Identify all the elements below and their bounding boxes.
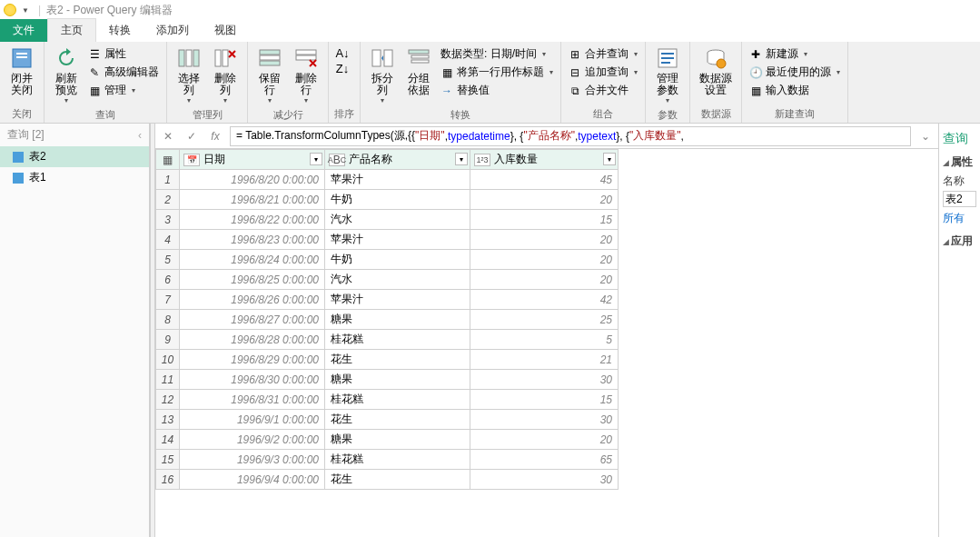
cell-qty[interactable]: 65	[470, 450, 619, 470]
column-header-name[interactable]: ABC产品名称▾	[325, 150, 470, 170]
row-number[interactable]: 13	[156, 410, 180, 430]
table-row[interactable]: 10 1996/8/29 0:00:00 花生 21	[156, 350, 619, 370]
table-row[interactable]: 13 1996/9/1 0:00:00 花生 30	[156, 410, 619, 430]
first-row-headers-button[interactable]: ▦将第一行用作标题▾	[439, 64, 555, 81]
table-row[interactable]: 1 1996/8/20 0:00:00 苹果汁 45	[156, 170, 619, 190]
accept-formula-button[interactable]: ✓	[183, 127, 201, 145]
cell-date[interactable]: 1996/8/29 0:00:00	[180, 350, 325, 370]
row-number[interactable]: 3	[156, 210, 180, 230]
cell-date[interactable]: 1996/8/23 0:00:00	[180, 230, 325, 250]
cell-qty[interactable]: 15	[470, 390, 619, 410]
collapse-pane-icon[interactable]: ‹	[138, 129, 142, 142]
cell-qty[interactable]: 30	[470, 470, 619, 490]
replace-values-button[interactable]: →替换值	[439, 82, 555, 99]
cell-name[interactable]: 苹果汁	[325, 290, 470, 310]
cell-date[interactable]: 1996/8/22 0:00:00	[180, 210, 325, 230]
cell-date[interactable]: 1996/9/4 0:00:00	[180, 470, 325, 490]
fx-icon[interactable]: fx	[206, 127, 224, 145]
tab-file[interactable]: 文件	[0, 19, 47, 42]
cell-name[interactable]: 糖果	[325, 310, 470, 330]
cell-name[interactable]: 花生	[325, 410, 470, 430]
all-props-link[interactable]: 所有	[943, 211, 976, 226]
cell-qty[interactable]: 20	[470, 270, 619, 290]
cell-name[interactable]: 苹果汁	[325, 170, 470, 190]
close-load-button[interactable]: 闭并 关闭	[5, 44, 38, 98]
cell-name[interactable]: 牛奶	[325, 250, 470, 270]
cell-qty[interactable]: 20	[470, 190, 619, 210]
cell-qty[interactable]: 42	[470, 290, 619, 310]
row-number[interactable]: 14	[156, 430, 180, 450]
remove-rows-button[interactable]: 删除 行▾	[290, 44, 322, 106]
sort-asc-button[interactable]: A↓	[334, 45, 351, 60]
table-row[interactable]: 16 1996/9/4 0:00:00 花生 30	[156, 470, 619, 490]
group-by-button[interactable]: 分组 依据	[402, 44, 435, 98]
advanced-editor-button[interactable]: ✎高级编辑器	[86, 64, 161, 81]
refresh-preview-button[interactable]: 刷新 预览▾	[50, 44, 83, 106]
row-number[interactable]: 2	[156, 190, 180, 210]
cell-date[interactable]: 1996/8/25 0:00:00	[180, 270, 325, 290]
recent-sources-button[interactable]: 🕘最近使用的源▾	[747, 64, 842, 81]
cell-name[interactable]: 牛奶	[325, 190, 470, 210]
row-number[interactable]: 1	[156, 170, 180, 190]
row-number[interactable]: 10	[156, 350, 180, 370]
cell-date[interactable]: 1996/8/30 0:00:00	[180, 370, 325, 390]
corner-cell[interactable]: ▦	[156, 150, 180, 170]
merge-queries-button[interactable]: ⊞合并查询▾	[567, 45, 639, 63]
sort-desc-button[interactable]: Z↓	[334, 61, 351, 75]
row-number[interactable]: 4	[156, 230, 180, 250]
cell-qty[interactable]: 30	[470, 370, 619, 390]
cell-name[interactable]: 汽水	[325, 270, 470, 290]
row-number[interactable]: 7	[156, 290, 180, 310]
row-number[interactable]: 16	[156, 470, 180, 490]
cell-name[interactable]: 桂花糕	[325, 330, 470, 350]
query-item-1[interactable]: 表1	[0, 167, 149, 188]
row-number[interactable]: 8	[156, 310, 180, 330]
name-input[interactable]	[943, 191, 976, 207]
datasource-settings-button[interactable]: 数据源 设置	[696, 44, 736, 98]
qat-dropdown-icon[interactable]: ▼	[22, 6, 29, 15]
cell-name[interactable]: 桂花糕	[325, 390, 470, 410]
cell-name[interactable]: 花生	[325, 350, 470, 370]
cell-qty[interactable]: 21	[470, 350, 619, 370]
type-int-icon[interactable]: 1²3	[474, 154, 490, 166]
keep-rows-button[interactable]: 保留 行▾	[253, 44, 286, 106]
table-row[interactable]: 12 1996/8/31 0:00:00 桂花糕 15	[156, 390, 619, 410]
row-number[interactable]: 6	[156, 270, 180, 290]
table-row[interactable]: 9 1996/8/28 0:00:00 桂花糕 5	[156, 330, 619, 350]
cell-qty[interactable]: 20	[470, 430, 619, 450]
tab-view[interactable]: 视图	[202, 19, 249, 42]
table-row[interactable]: 8 1996/8/27 0:00:00 糖果 25	[156, 310, 619, 330]
tab-home[interactable]: 主页	[47, 18, 96, 42]
cell-date[interactable]: 1996/8/28 0:00:00	[180, 330, 325, 350]
cell-date[interactable]: 1996/8/26 0:00:00	[180, 290, 325, 310]
table-row[interactable]: 11 1996/8/30 0:00:00 糖果 30	[156, 370, 619, 390]
split-column-button[interactable]: 拆分 列▾	[366, 44, 399, 106]
cell-date[interactable]: 1996/9/3 0:00:00	[180, 450, 325, 470]
cell-qty[interactable]: 45	[470, 170, 619, 190]
table-row[interactable]: 7 1996/8/26 0:00:00 苹果汁 42	[156, 290, 619, 310]
choose-columns-button[interactable]: 选择 列▾	[173, 44, 205, 106]
cell-name[interactable]: 苹果汁	[325, 230, 470, 250]
table-row[interactable]: 14 1996/9/2 0:00:00 糖果 20	[156, 430, 619, 450]
append-queries-button[interactable]: ⊟追加查询▾	[567, 64, 639, 81]
cell-date[interactable]: 1996/8/24 0:00:00	[180, 250, 325, 270]
filter-icon[interactable]: ▾	[603, 153, 616, 165]
cell-qty[interactable]: 25	[470, 310, 619, 330]
cell-name[interactable]: 花生	[325, 470, 470, 490]
row-number[interactable]: 12	[156, 390, 180, 410]
table-row[interactable]: 4 1996/8/23 0:00:00 苹果汁 20	[156, 230, 619, 250]
row-number[interactable]: 15	[156, 450, 180, 470]
cell-name[interactable]: 糖果	[325, 430, 470, 450]
row-number[interactable]: 11	[156, 370, 180, 390]
table-row[interactable]: 5 1996/8/24 0:00:00 牛奶 20	[156, 250, 619, 270]
tab-transform[interactable]: 转换	[96, 19, 144, 42]
cell-name[interactable]: 桂花糕	[325, 450, 470, 470]
column-header-date[interactable]: 📅日期▾	[180, 150, 325, 170]
properties-button[interactable]: ☰属性	[86, 45, 161, 63]
row-number[interactable]: 9	[156, 330, 180, 350]
cell-date[interactable]: 1996/8/21 0:00:00	[180, 190, 325, 210]
table-row[interactable]: 15 1996/9/3 0:00:00 桂花糕 65	[156, 450, 619, 470]
combine-files-button[interactable]: ⧉合并文件	[567, 82, 639, 99]
cell-name[interactable]: 糖果	[325, 370, 470, 390]
cell-qty[interactable]: 30	[470, 410, 619, 430]
